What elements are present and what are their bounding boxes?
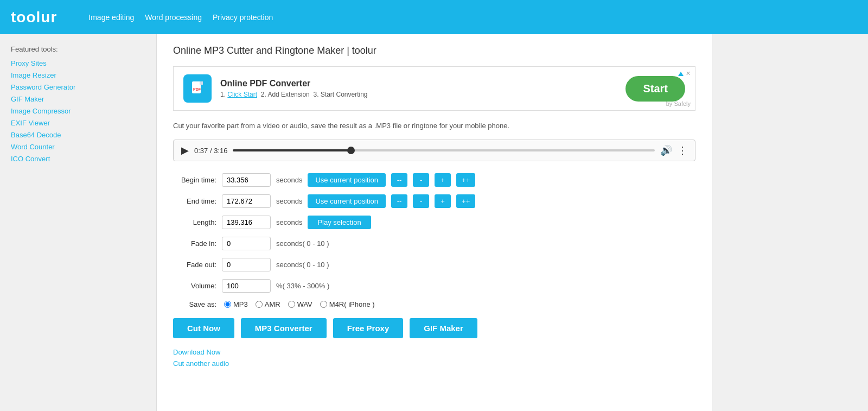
current-time: 0:37 — [194, 147, 208, 155]
fade-in-input[interactable] — [222, 237, 271, 250]
sidebar-item-ico-convert[interactable]: ICO Convert — [11, 155, 50, 163]
ad-title: Online PDF Converter — [220, 79, 617, 88]
begin-use-current-button[interactable]: Use current position — [308, 173, 386, 187]
ad-click-start[interactable]: Click Start — [227, 91, 257, 98]
seek-handle — [347, 147, 355, 154]
mp3-converter-button[interactable]: MP3 Converter — [241, 318, 327, 338]
length-row: Length: seconds Play selection — [173, 216, 695, 229]
end-time-label: End time: — [173, 197, 216, 205]
total-time: 3:16 — [214, 147, 227, 155]
begin-step-p[interactable]: + — [435, 173, 451, 187]
nav-privacy-protection[interactable]: Privacy protection — [208, 11, 277, 24]
ad-banner: ✕ PDF Online PDF Converter 1. Click Star… — [173, 66, 695, 111]
save-as-wav-radio[interactable] — [288, 301, 295, 308]
fade-in-row: Fade in: seconds( 0 - 10 ) — [173, 237, 695, 250]
sidebar-list: Proxy Sites Image Resizer Password Gener… — [11, 59, 145, 163]
play-button[interactable]: ▶ — [181, 144, 189, 156]
fade-out-input[interactable] — [222, 258, 271, 271]
save-as-wav[interactable]: WAV — [288, 300, 312, 308]
ad-corner: ✕ — [678, 70, 691, 77]
featured-label: Featured tools: — [11, 45, 145, 53]
sidebar-item-password-generator[interactable]: Password Generator — [11, 83, 75, 91]
seek-progress — [233, 149, 351, 151]
list-item: Password Generator — [11, 83, 145, 91]
cut-now-button[interactable]: Cut Now — [173, 318, 234, 338]
ad-start-button[interactable]: Start — [626, 76, 685, 102]
sidebar: Featured tools: Proxy Sites Image Resize… — [0, 34, 156, 411]
cut-another-audio-link[interactable]: Cut another audio — [173, 359, 695, 368]
length-unit: seconds — [276, 218, 302, 226]
begin-time-label: Begin time: — [173, 176, 216, 184]
right-sidebar — [712, 34, 868, 411]
save-as-amr-radio[interactable] — [256, 301, 263, 308]
save-as-label: Save as: — [173, 300, 216, 308]
list-item: Word Counter — [11, 142, 145, 151]
ad-by: by Safely — [666, 100, 691, 107]
save-as-m4r[interactable]: M4R( iPhone ) — [320, 300, 375, 308]
end-step-p[interactable]: + — [435, 194, 451, 208]
svg-text:PDF: PDF — [193, 87, 201, 91]
action-buttons: Cut Now MP3 Converter Free Proxy GIF Mak… — [173, 318, 695, 338]
end-step-mm[interactable]: -- — [391, 194, 407, 208]
sidebar-item-exif-viewer[interactable]: EXIF Viewer — [11, 119, 50, 127]
begin-time-input[interactable] — [222, 173, 271, 187]
sidebar-item-image-resizer[interactable]: Image Resizer — [11, 71, 56, 79]
end-step-pp[interactable]: ++ — [456, 194, 475, 208]
list-item: EXIF Viewer — [11, 118, 145, 127]
download-now-link[interactable]: Download Now — [173, 348, 695, 356]
sidebar-item-proxy-sites[interactable]: Proxy Sites — [11, 59, 47, 67]
nav-word-processing[interactable]: Word processing — [141, 11, 206, 24]
save-as-m4r-radio[interactable] — [320, 301, 327, 308]
end-use-current-button[interactable]: Use current position — [308, 194, 386, 208]
end-step-m[interactable]: - — [413, 194, 429, 208]
seek-bar[interactable] — [233, 149, 655, 151]
save-as-row: Save as: MP3 AMR WAV M4R( iPhone ) — [173, 300, 695, 308]
header: toolur Image editing Word processing Pri… — [0, 0, 868, 34]
page-title: Online MP3 Cutter and Ringtone Maker | t… — [173, 45, 695, 56]
sidebar-item-word-counter[interactable]: Word Counter — [11, 143, 55, 151]
layout: Featured tools: Proxy Sites Image Resize… — [0, 34, 868, 411]
sidebar-item-gif-maker[interactable]: GIF Maker — [11, 95, 44, 103]
fade-out-unit: seconds( 0 - 10 ) — [276, 261, 329, 269]
sidebar-item-image-compressor[interactable]: Image Compressor — [11, 107, 71, 115]
end-time-unit: seconds — [276, 197, 302, 205]
end-time-input[interactable] — [222, 194, 271, 208]
gif-maker-button[interactable]: GIF Maker — [410, 318, 477, 338]
begin-time-unit: seconds — [276, 176, 302, 184]
nav-image-editing[interactable]: Image editing — [84, 11, 138, 24]
more-options-button[interactable]: ⋮ — [678, 144, 687, 156]
save-as-mp3[interactable]: MP3 — [224, 300, 248, 308]
audio-player: ▶ 0:37 / 3:16 🔊 ⋮ — [173, 140, 695, 161]
length-input[interactable] — [222, 216, 271, 229]
volume-input[interactable] — [222, 279, 271, 293]
save-as-mp3-radio[interactable] — [224, 301, 231, 308]
time-display: 0:37 / 3:16 — [194, 147, 227, 155]
main-content: Online MP3 Cutter and Ringtone Maker | t… — [156, 34, 712, 411]
begin-step-mm[interactable]: -- — [391, 173, 407, 187]
length-label: Length: — [173, 218, 216, 226]
volume-unit: %( 33% - 300% ) — [276, 282, 329, 290]
bottom-links: Download Now Cut another audio — [173, 348, 695, 368]
fade-in-label: Fade in: — [173, 239, 216, 248]
volume-button[interactable]: 🔊 — [660, 144, 672, 156]
free-proxy-button[interactable]: Free Proxy — [333, 318, 404, 338]
ad-triangle-icon — [678, 72, 684, 76]
begin-step-pp[interactable]: ++ — [456, 173, 475, 187]
save-as-amr[interactable]: AMR — [256, 300, 280, 308]
list-item: Image Compressor — [11, 106, 145, 115]
ad-close-icon[interactable]: ✕ — [686, 70, 691, 77]
volume-label: Volume: — [173, 282, 216, 290]
ad-step3: 3. Start Converting — [313, 91, 367, 98]
play-selection-button[interactable]: Play selection — [308, 216, 371, 229]
end-time-row: End time: seconds Use current position -… — [173, 194, 695, 208]
sidebar-item-base64-decode[interactable]: Base64 Decode — [11, 131, 61, 139]
begin-step-m[interactable]: - — [413, 173, 429, 187]
save-as-wav-label: WAV — [297, 300, 312, 308]
fade-out-row: Fade out: seconds( 0 - 10 ) — [173, 258, 695, 271]
description: Cut your favorite part from a video or a… — [173, 122, 695, 130]
pdf-svg: PDF — [188, 79, 207, 98]
list-item: GIF Maker — [11, 94, 145, 103]
volume-row: Volume: %( 33% - 300% ) — [173, 279, 695, 293]
main-nav: Image editing Word processing Privacy pr… — [84, 13, 277, 22]
ad-steps: 1. Click Start 2. Add Extension 3. Start… — [220, 91, 617, 98]
